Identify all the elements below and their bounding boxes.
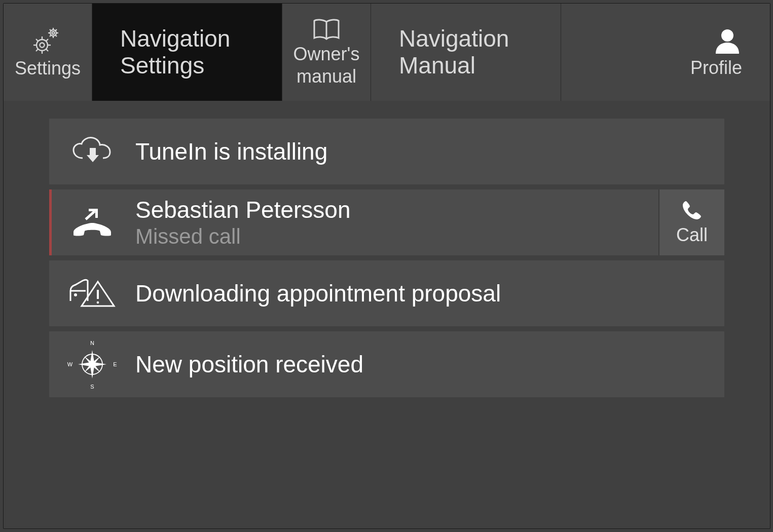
tab-profile-label: Profile: [690, 58, 742, 78]
svg-line-6: [50, 29, 51, 31]
svg-line-7: [55, 35, 57, 36]
svg-point-1: [52, 32, 55, 34]
car-warning-icon: [49, 276, 135, 311]
tab-nav-manual-line1: Navigation: [399, 25, 509, 52]
svg-line-16: [36, 39, 38, 41]
svg-point-10: [36, 40, 48, 51]
list-item-appointment[interactable]: Downloading appointment proposal: [49, 260, 724, 326]
tab-settings[interactable]: Settings: [4, 4, 92, 101]
tab-settings-label: Settings: [15, 58, 81, 79]
svg-rect-22: [90, 148, 96, 155]
tab-nav-settings-line1: Navigation: [120, 25, 230, 52]
svg-point-0: [50, 30, 56, 36]
phone-icon: [681, 199, 703, 223]
compass-icon: N S W E: [49, 338, 135, 391]
notification-list: TuneIn is installing Sebastian Peter: [4, 101, 770, 528]
svg-line-9: [55, 29, 57, 31]
svg-text:N: N: [90, 340, 94, 346]
svg-point-21: [721, 29, 733, 42]
list-item-installing[interactable]: TuneIn is installing: [49, 119, 724, 184]
svg-line-18: [36, 49, 38, 51]
list-item-missed-call[interactable]: Sebastian Petersson Missed call Call: [49, 189, 724, 255]
tab-owner-label2: manual: [297, 66, 356, 87]
list-item-title: New position received: [135, 351, 724, 378]
svg-point-26: [74, 293, 77, 296]
svg-text:S: S: [90, 384, 94, 390]
missed-call-icon: [49, 205, 135, 240]
list-item-title: Downloading appointment proposal: [135, 280, 724, 307]
list-item-position[interactable]: N S W E New position received: [49, 331, 724, 397]
gears-icon: [30, 26, 65, 56]
tab-navigation-settings[interactable]: Navigation Settings: [92, 4, 282, 101]
svg-line-19: [46, 39, 48, 41]
tab-nav-settings-line2: Settings: [120, 52, 204, 79]
cloud-download-icon: [49, 136, 135, 167]
list-item-title: TuneIn is installing: [135, 138, 724, 165]
svg-point-11: [40, 43, 45, 48]
tab-profile[interactable]: Profile: [561, 4, 770, 101]
avatar-icon: [713, 26, 742, 56]
tab-owner-label1: Owner's: [293, 44, 360, 64]
svg-rect-25: [85, 210, 95, 220]
list-item-subtitle: Missed call: [135, 224, 658, 249]
top-tabbar: Settings Navigation Settings Owner's man…: [4, 4, 770, 101]
svg-text:E: E: [113, 361, 117, 367]
tab-navigation-manual[interactable]: Navigation Manual: [371, 4, 561, 101]
call-button[interactable]: Call: [658, 189, 724, 255]
tab-nav-manual-line2: Manual: [399, 52, 475, 79]
list-item-title: Sebastian Petersson: [135, 196, 658, 223]
book-icon: [311, 18, 342, 42]
svg-rect-24: [95, 209, 98, 218]
svg-line-8: [50, 35, 51, 36]
svg-point-28: [96, 301, 99, 304]
call-button-label: Call: [676, 224, 708, 246]
screen-frame: Settings Navigation Settings Owner's man…: [3, 3, 770, 529]
svg-text:W: W: [67, 361, 72, 367]
tab-owner-manual[interactable]: Owner's manual: [282, 4, 371, 101]
svg-line-17: [46, 49, 48, 51]
